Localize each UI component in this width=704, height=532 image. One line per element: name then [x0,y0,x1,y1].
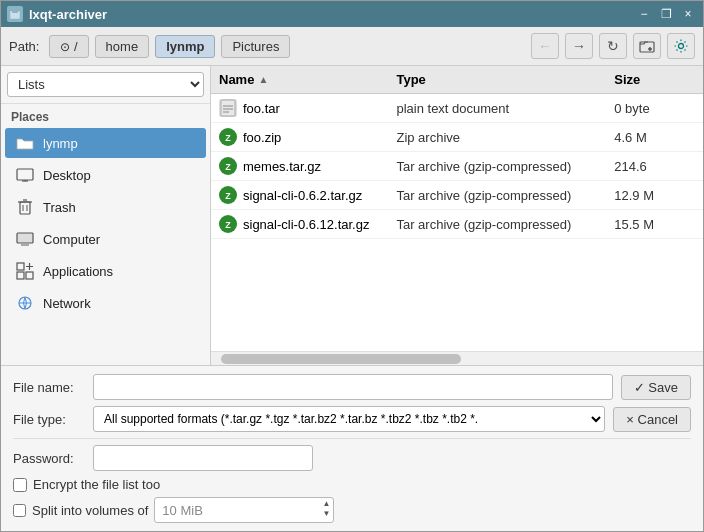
svg-rect-9 [20,202,30,214]
horizontal-scrollbar[interactable] [211,351,703,365]
minimize-button[interactable]: − [635,5,653,23]
sidebar-trash-label: Trash [43,200,76,215]
sidebar-item-applications[interactable]: Applications [5,256,206,286]
file-row-name: foo.tar [211,94,388,122]
forward-button[interactable]: → [565,33,593,59]
file-row-size: 15.5 M [606,212,703,237]
sidebar: ListsAllRecent Places lynmp Desktop Tr [1,66,211,365]
file-row-name: Z memes.tar.gz [211,152,388,180]
app-icon [7,6,23,22]
zip-file-icon: Z [219,128,237,146]
bottom-form: File name: ✓ Save File type: All support… [1,365,703,531]
breadcrumb-home[interactable]: home [95,35,150,58]
file-row-size: 0 byte [606,96,703,121]
back-button[interactable]: ← [531,33,559,59]
breadcrumb-root[interactable]: ⊙ / [49,35,88,58]
svg-point-5 [679,44,684,49]
scrollbar-thumb[interactable] [221,354,461,364]
sidebar-item-lynmp[interactable]: lynmp [5,128,206,158]
svg-text:Z: Z [225,133,231,143]
column-size[interactable]: Size [606,66,703,93]
svg-rect-1 [12,9,18,13]
close-button[interactable]: × [679,5,697,23]
volumes-row: Split into volumes of ▲ ▼ 10 MiB [13,497,691,523]
volumes-input[interactable] [154,497,334,523]
settings-button[interactable] [667,33,695,59]
file-row-type: plain text document [388,96,606,121]
sidebar-item-network[interactable]: Network [5,288,206,318]
table-row[interactable]: Z signal-cli-0.6.2.tar.gz Tar archive (g… [211,181,703,210]
svg-text:Z: Z [225,162,231,172]
encrypt-checkbox-row: Encrypt the file list too [13,477,691,492]
file-table-header: Name ▲ Type Size [211,66,703,94]
volumes-label[interactable]: Split into volumes of [32,503,148,518]
sidebar-item-trash[interactable]: Trash [5,192,206,222]
encrypt-checkbox[interactable] [13,478,27,492]
file-row-name: Z signal-cli-0.6.12.tar.gz [211,210,388,238]
table-row[interactable]: Z signal-cli-0.6.12.tar.gz Tar archive (… [211,210,703,239]
svg-rect-14 [17,233,33,243]
breadcrumb-lynmp[interactable]: lynmp [155,35,215,58]
content-area: ListsAllRecent Places lynmp Desktop Tr [1,66,703,365]
root-icon: ⊙ [60,40,70,54]
password-label: Password: [13,451,85,466]
file-pane: Name ▲ Type Size foo.tar [211,66,703,365]
filename-input[interactable] [93,374,613,400]
sidebar-item-desktop[interactable]: Desktop [5,160,206,190]
places-section-label: Places [1,104,210,127]
spinner-up-icon[interactable]: ▲ [322,499,330,509]
filetype-select[interactable]: All supported formats (*.tar.gz *.tgz *.… [93,406,605,432]
svg-rect-21 [221,100,235,116]
path-label: Path: [9,39,39,54]
password-row: Password: [13,445,691,471]
restore-button[interactable]: ❐ [657,5,675,23]
encrypt-label[interactable]: Encrypt the file list too [33,477,160,492]
file-row-size: 214.6 [606,154,703,179]
path-toolbar: Path: ⊙ / home lynmp Pictures ← → ↻ [1,27,703,66]
targz-file-icon: Z [219,157,237,175]
spinner-down-icon[interactable]: ▼ [322,509,330,519]
file-row-name: Z signal-cli-0.6.2.tar.gz [211,181,388,209]
titlebar-left: lxqt-archiver [7,6,107,22]
sidebar-lynmp-label: lynmp [43,136,78,151]
targz-file-icon: Z [219,215,237,233]
file-row-type: Tar archive (gzip-compressed) [388,183,606,208]
sidebar-item-computer[interactable]: Computer [5,224,206,254]
svg-text:Z: Z [225,220,231,230]
refresh-button[interactable]: ↻ [599,33,627,59]
new-folder-button[interactable] [633,33,661,59]
desktop-icon [15,165,35,185]
breadcrumb-pictures[interactable]: Pictures [221,35,290,58]
sidebar-network-label: Network [43,296,91,311]
file-row-size: 4.6 M [606,125,703,150]
svg-text:Z: Z [225,191,231,201]
filename-label: File name: [13,380,85,395]
filetype-row: File type: All supported formats (*.tar.… [13,406,691,432]
table-row[interactable]: Z foo.zip Zip archive 4.6 M [211,123,703,152]
column-type[interactable]: Type [388,66,606,93]
network-icon [15,293,35,313]
titlebar: lxqt-archiver − ❐ × [1,1,703,27]
column-name[interactable]: Name ▲ [211,66,388,93]
password-input[interactable] [93,445,313,471]
applications-icon [15,261,35,281]
sidebar-applications-label: Applications [43,264,113,279]
cancel-button[interactable]: × Cancel [613,407,691,432]
svg-rect-16 [17,272,24,279]
file-row-size: 12.9 M [606,183,703,208]
sidebar-filter: ListsAllRecent [1,66,210,104]
table-row[interactable]: foo.tar plain text document 0 byte [211,94,703,123]
volumes-checkbox[interactable] [13,504,26,517]
table-row[interactable]: Z memes.tar.gz Tar archive (gzip-compres… [211,152,703,181]
sidebar-desktop-label: Desktop [43,168,91,183]
file-row-type: Zip archive [388,125,606,150]
places-filter-select[interactable]: ListsAllRecent [7,72,204,97]
file-list: foo.tar plain text document 0 byte Z foo… [211,94,703,351]
sidebar-computer-label: Computer [43,232,100,247]
svg-rect-17 [26,272,33,279]
folder-icon [15,133,35,153]
file-row-name: Z foo.zip [211,123,388,151]
file-row-type: Tar archive (gzip-compressed) [388,212,606,237]
save-button[interactable]: ✓ Save [621,375,691,400]
main-window: lxqt-archiver − ❐ × Path: ⊙ / home lynmp… [0,0,704,532]
